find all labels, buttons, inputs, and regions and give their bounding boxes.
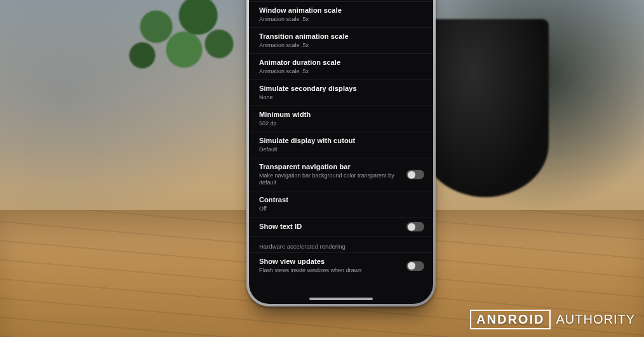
toggle-show-view-updates[interactable] (406, 261, 424, 271)
watermark-brand-box: ANDROID (470, 310, 551, 329)
row-subtitle: 502 dp (259, 120, 424, 127)
developer-options-list[interactable]: Force screen layout direction to RTL for… (249, 0, 433, 279)
row-subtitle: Flash views inside windows when drawn (259, 267, 400, 274)
row-title: Window animation scale (259, 6, 424, 15)
row-show-text-id[interactable]: Show text ID (249, 217, 433, 236)
watermark-brand-rest: AUTHORITY (556, 312, 635, 327)
row-subtitle: Off (259, 205, 424, 212)
row-title: Simulate secondary displays (259, 85, 424, 93)
section-hardware-accelerated-rendering: Hardware accelerated rendering (249, 236, 433, 252)
toggle-transparent-navigation-bar[interactable] (406, 170, 424, 179)
row-transition-animation-scale[interactable]: Transition animation scale Animation sca… (249, 27, 433, 53)
gesture-home-indicator[interactable] (309, 298, 373, 300)
row-subtitle: Animation scale .5x (259, 68, 424, 75)
row-title: Show view updates (259, 258, 400, 266)
row-subtitle: Animation scale .5x (259, 16, 424, 23)
photo-scene: Force screen layout direction to RTL for… (0, 0, 644, 337)
row-title: Animator duration scale (259, 58, 424, 67)
row-subtitle: None (259, 94, 424, 101)
row-title: Show text ID (259, 223, 400, 231)
phone-screen: Force screen layout direction to RTL for… (249, 0, 433, 304)
row-transparent-navigation-bar[interactable]: Transparent navigation bar Make navigati… (249, 158, 433, 191)
row-subtitle: Default (259, 146, 424, 153)
plant-pot (422, 19, 549, 197)
watermark-android-authority: ANDROID AUTHORITY (470, 310, 635, 329)
row-minimum-width[interactable]: Minimum width 502 dp (249, 106, 433, 132)
row-title: Minimum width (259, 111, 424, 120)
row-show-view-updates[interactable]: Show view updates Flash views inside win… (249, 252, 433, 279)
toggle-show-text-id[interactable] (406, 222, 424, 231)
row-window-animation-scale[interactable]: Window animation scale Animation scale .… (249, 1, 433, 27)
phone-frame: Force screen layout direction to RTL for… (246, 0, 436, 306)
plant-leaves (114, 0, 254, 95)
row-subtitle: Animation scale .5x (259, 42, 424, 49)
row-simulate-display-with-cutout[interactable]: Simulate display with cutout Default (249, 132, 433, 158)
row-title: Simulate display with cutout (259, 137, 424, 146)
row-animator-duration-scale[interactable]: Animator duration scale Animation scale … (249, 53, 433, 79)
row-subtitle: Make navigation bar background color tra… (259, 172, 400, 187)
row-title: Transition animation scale (259, 32, 424, 41)
row-simulate-secondary-displays[interactable]: Simulate secondary displays None (249, 79, 433, 106)
row-title: Transparent navigation bar (259, 163, 400, 172)
row-title: Contrast (259, 196, 424, 205)
row-contrast[interactable]: Contrast Off (249, 191, 433, 217)
